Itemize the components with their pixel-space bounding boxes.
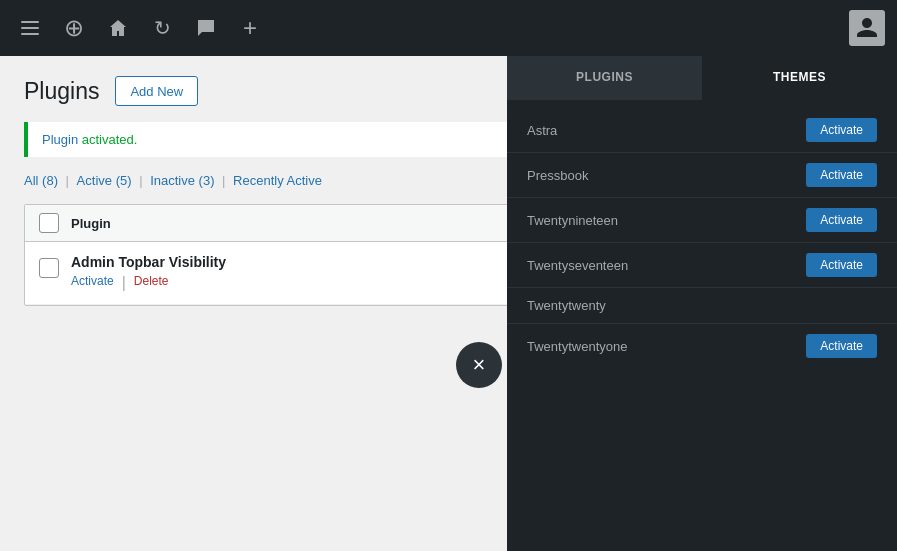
theme-row: TwentynineteenActivate: [507, 198, 897, 243]
menu-toggle-icon[interactable]: [12, 10, 48, 46]
separator-2: |: [139, 173, 146, 188]
filter-recently-active-link[interactable]: Recently Active: [233, 173, 322, 188]
page-title: Plugins: [24, 78, 99, 105]
filter-inactive-link[interactable]: Inactive (3): [150, 173, 214, 188]
sync-icon[interactable]: ↻: [144, 10, 180, 46]
activate-plugin-link[interactable]: Activate: [71, 274, 114, 292]
separator-1: |: [66, 173, 73, 188]
theme-name: Astra: [527, 123, 806, 138]
admin-bar: ⊕ ↻ +: [0, 0, 897, 56]
select-all-checkbox[interactable]: [39, 213, 59, 233]
user-avatar[interactable]: [849, 10, 885, 46]
overlay-close-button[interactable]: ×: [456, 342, 502, 388]
filter-active-link[interactable]: Active (5): [77, 173, 132, 188]
tab-themes[interactable]: THEMES: [702, 56, 897, 100]
add-content-icon[interactable]: +: [232, 10, 268, 46]
wordpress-logo-icon[interactable]: ⊕: [56, 10, 92, 46]
delete-plugin-link[interactable]: Delete: [134, 274, 169, 292]
action-separator: |: [122, 274, 126, 292]
themes-list: AstraActivatePressbookActivateTwentynine…: [507, 100, 897, 551]
filter-all-link[interactable]: All (8): [24, 173, 58, 188]
plugin-checkbox[interactable]: [39, 258, 59, 278]
activate-theme-button[interactable]: Activate: [806, 253, 877, 277]
activate-theme-button[interactable]: Activate: [806, 163, 877, 187]
main-content: Plugins Add New Plugin activated. All (8…: [0, 56, 897, 551]
theme-name: Twentytwentyone: [527, 339, 806, 354]
theme-name: Pressbook: [527, 168, 806, 183]
home-icon[interactable]: [100, 10, 136, 46]
theme-name: Twentynineteen: [527, 213, 806, 228]
activate-theme-button[interactable]: Activate: [806, 334, 877, 358]
plugin-column-header: Plugin: [71, 216, 111, 231]
comment-icon[interactable]: [188, 10, 224, 46]
activate-theme-button[interactable]: Activate: [806, 118, 877, 142]
hamburger-icon: [21, 21, 39, 35]
theme-row: PressbookActivate: [507, 153, 897, 198]
add-new-button[interactable]: Add New: [115, 76, 198, 106]
activate-theme-button[interactable]: Activate: [806, 208, 877, 232]
notice-activated-text: activated.: [78, 132, 137, 147]
overlay-panel: PLUGINS THEMES AstraActivatePressbookAct…: [507, 56, 897, 551]
theme-row: Twentytwenty: [507, 288, 897, 324]
notice-plugin-text: Plugin: [42, 132, 78, 147]
overlay-tabs: PLUGINS THEMES: [507, 56, 897, 100]
theme-row: TwentytwentyoneActivate: [507, 324, 897, 368]
tab-plugins[interactable]: PLUGINS: [507, 56, 702, 100]
theme-row: AstraActivate: [507, 108, 897, 153]
theme-name: Twentyseventeen: [527, 258, 806, 273]
theme-name: Twentytwenty: [527, 298, 877, 313]
separator-3: |: [222, 173, 229, 188]
theme-row: TwentyseventeenActivate: [507, 243, 897, 288]
